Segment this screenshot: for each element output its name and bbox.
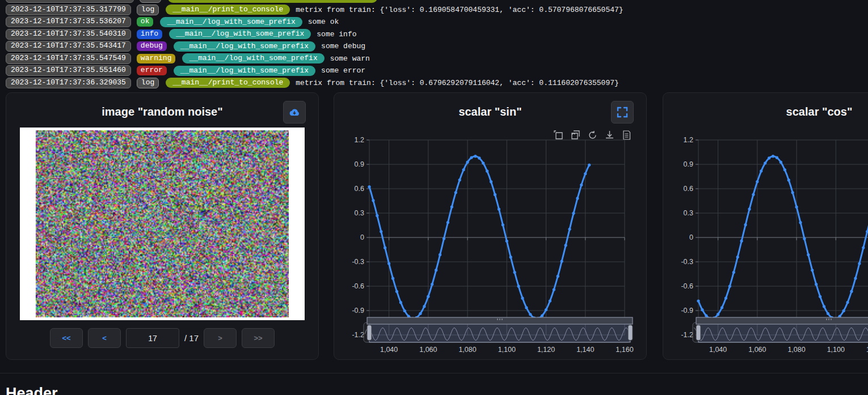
svg-text:-0.3: -0.3: [681, 258, 693, 266]
log-message: some warn: [330, 54, 370, 63]
svg-text:1,120: 1,120: [537, 346, 555, 354]
svg-text:0.3: 0.3: [684, 209, 693, 217]
svg-text:-1.2: -1.2: [352, 331, 364, 339]
svg-text:1,060: 1,060: [419, 346, 437, 354]
svg-text:1,080: 1,080: [787, 346, 805, 354]
log-row: 2023-12-10T17:37:35.540310info__main__/l…: [6, 29, 868, 39]
svg-text:1,100: 1,100: [498, 346, 516, 354]
log-timestamp: 2023-12-10T17:37:35.547549: [6, 53, 131, 64]
svg-text:-0.9: -0.9: [352, 307, 364, 315]
log-prefix-badge: __main__/log_with_some_prefix: [174, 66, 315, 76]
page-number-input[interactable]: [126, 328, 179, 348]
log-level-badge: log: [137, 78, 159, 88]
log-prefix-badge: __main__/print_to_console: [166, 78, 290, 88]
log-row: 2023-12-10T17:37:35.547549warning__main_…: [6, 54, 868, 63]
first-page-button[interactable]: <<: [50, 328, 83, 348]
log-message: some ok: [308, 18, 339, 26]
svg-text:0.6: 0.6: [684, 185, 693, 193]
log-timestamp: 2023-12-10T17:37:35.536207: [6, 16, 131, 27]
svg-text:0: 0: [360, 233, 364, 241]
svg-text:0.6: 0.6: [355, 185, 364, 193]
log-timestamp: [6, 0, 134, 3]
svg-text:1,160: 1,160: [616, 346, 633, 354]
svg-text:1.2: 1.2: [355, 136, 364, 144]
log-level-badge: info: [137, 29, 162, 39]
cloud-download-icon: [288, 107, 301, 118]
svg-text:-0.9: -0.9: [681, 307, 693, 315]
log-row: 2023-12-10T17:37:35.543417debug__main__/…: [6, 41, 868, 51]
log-row: 2023-12-10T17:37:36.329035log__main__/pr…: [6, 78, 868, 88]
prev-page-button[interactable]: <: [88, 328, 121, 348]
log-level-badge: log: [137, 5, 159, 15]
svg-text:-0.3: -0.3: [352, 258, 364, 266]
log-prefix-badge: __main__/print_to_console: [166, 5, 290, 15]
image-figure-frame: [20, 128, 305, 320]
image-pagination: << < / 17 > >>: [6, 328, 318, 348]
log-message: some error: [321, 66, 365, 75]
log-console: 2023-12-10T17:37:35.317799log__main__/pr…: [6, 0, 868, 90]
svg-text:1,060: 1,060: [748, 346, 766, 354]
log-message: metrix from train: {'loss': 0.1690584700…: [296, 6, 623, 14]
log-prefix-badge: __main__/log_with_some_prefix: [169, 29, 311, 39]
svg-text:0: 0: [689, 233, 693, 241]
log-level-badge: error: [137, 66, 167, 75]
log-timestamp: 2023-12-10T17:37:35.551460: [6, 65, 131, 76]
log-level-badge: debug: [137, 41, 167, 51]
svg-text:1,100: 1,100: [827, 346, 845, 354]
log-prefix-badge: __main__/log_with_some_prefix: [174, 41, 315, 52]
image-card: image "random noise" << < / 17 > >>: [6, 92, 319, 360]
log-message: metrix from train: {'loss': 0.6796292079…: [296, 79, 619, 87]
svg-text:1,040: 1,040: [709, 346, 727, 354]
sin-chart-plot[interactable]: 1.20.90.60.30-0.3-0.6-0.9-1.21,0401,0601…: [334, 93, 646, 359]
svg-text:-0.6: -0.6: [352, 282, 364, 290]
log-message: some debug: [321, 42, 365, 50]
svg-text:1.2: 1.2: [684, 136, 693, 144]
section-divider: [0, 373, 868, 373]
log-row: 2023-12-10T17:37:35.536207ok__main__/log…: [6, 17, 868, 27]
svg-text:1,080: 1,080: [458, 346, 476, 354]
log-message: some info: [317, 30, 356, 39]
cos-chart-plot[interactable]: 1.20.90.60.30-0.3-0.6-0.9-1.21,0401,0601…: [663, 93, 868, 359]
next-page-button[interactable]: >: [204, 328, 237, 348]
log-timestamp: 2023-12-10T17:37:35.540310: [6, 29, 131, 40]
svg-text:-1.2: -1.2: [681, 331, 693, 339]
log-timestamp: 2023-12-10T17:37:35.543417: [6, 41, 131, 52]
log-prefix-badge: [168, 0, 377, 3]
svg-text:1,140: 1,140: [576, 346, 594, 354]
log-prefix-badge: __main__/log_with_some_prefix: [182, 53, 324, 63]
svg-text:1,040: 1,040: [380, 346, 398, 354]
log-timestamp: 2023-12-10T17:37:36.329035: [6, 78, 131, 88]
svg-text:0.9: 0.9: [684, 160, 693, 168]
image-card-title: image "random noise": [6, 105, 318, 118]
random-noise-image: [36, 130, 289, 317]
log-level-badge: warning: [137, 54, 176, 63]
sin-chart-card: scalar "sin" 1.20.90.60.30-0.3-0.6-0.9-1…: [334, 92, 647, 360]
log-prefix-badge: __main__/log_with_some_prefix: [160, 17, 302, 27]
last-page-button[interactable]: >>: [242, 328, 275, 348]
svg-text:0.9: 0.9: [355, 160, 364, 168]
log-level-badge: ok: [137, 17, 154, 27]
next-section-heading: Header: [6, 385, 58, 395]
log-row: [6, 0, 868, 2]
svg-text:-0.6: -0.6: [681, 282, 693, 290]
log-row: 2023-12-10T17:37:35.317799log__main__/pr…: [6, 5, 868, 15]
cos-chart-card: scalar "cos" 1.20.90.60.30-0.3-0.6-0.9-1…: [663, 92, 868, 360]
log-row: 2023-12-10T17:37:35.551460error__main__/…: [6, 66, 868, 75]
page-total-label: / 17: [184, 333, 199, 343]
download-image-button[interactable]: [283, 101, 306, 124]
log-timestamp: 2023-12-10T17:37:35.317799: [6, 5, 131, 15]
svg-text:0.3: 0.3: [355, 209, 364, 217]
log-level-badge: [140, 0, 161, 3]
